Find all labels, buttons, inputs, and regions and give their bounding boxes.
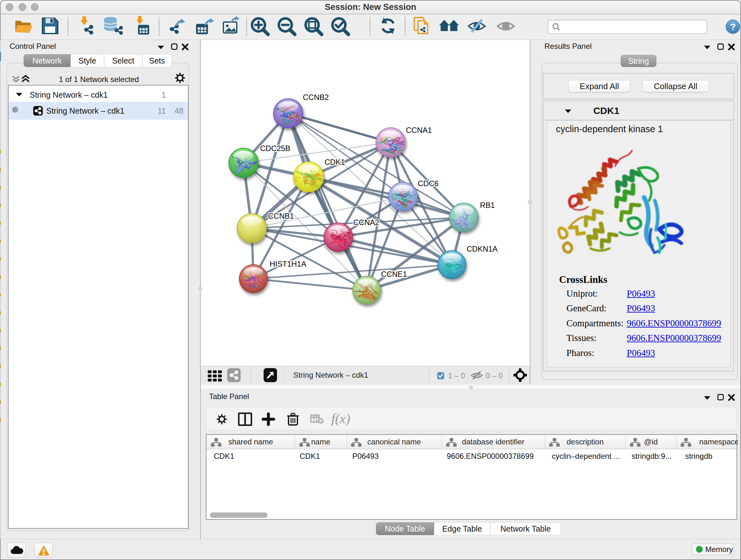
svg-text:CCNE1: CCNE1 [381, 270, 407, 278]
svg-text:CDC6: CDC6 [418, 179, 439, 188]
svg-text:CDK1: CDK1 [325, 158, 345, 166]
svg-text:CCNB2: CCNB2 [303, 93, 329, 102]
svg-text:CCNA2: CCNA2 [353, 218, 379, 227]
svg-text:CCNB1: CCNB1 [268, 212, 294, 220]
svg-text:RB1: RB1 [480, 201, 495, 209]
svg-text:CDKN1A: CDKN1A [467, 245, 497, 253]
svg-text:CCNA1: CCNA1 [406, 126, 432, 134]
svg-text:HIST1H1A: HIST1H1A [270, 260, 307, 268]
svg-text:CDC25B: CDC25B [260, 144, 290, 152]
